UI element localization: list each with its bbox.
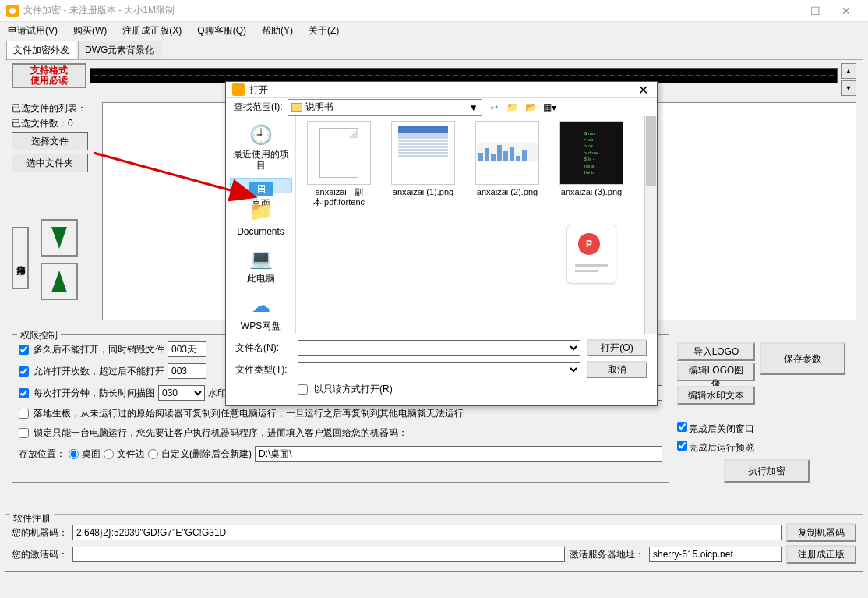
perm-minutes-select[interactable]: 030 — [158, 385, 205, 401]
view-menu-icon[interactable]: ▦▾ — [543, 101, 557, 115]
menu-apply-trial[interactable]: 申请试用(V) — [3, 23, 62, 39]
dialog-cancel-button[interactable]: 取消 — [587, 361, 647, 378]
menu-register[interactable]: 注册成正版(X) — [118, 23, 186, 39]
lookfor-label: 查找范围(I): — [234, 101, 283, 114]
perm-lock-check[interactable] — [19, 428, 29, 438]
register-button[interactable]: 注册成正版 — [786, 545, 856, 564]
save-params-button[interactable]: 保存参数 — [760, 342, 845, 375]
strip-down-button[interactable]: ▼ — [841, 80, 856, 96]
move-down-button[interactable] — [41, 219, 78, 257]
file-item[interactable]: anxaizai - 副本.pdf.fortenc — [301, 121, 377, 207]
perm-root-check[interactable] — [19, 409, 29, 419]
strip-up-button[interactable]: ▲ — [841, 63, 856, 79]
preview-after-check[interactable]: 完成后运行预览 — [677, 441, 856, 455]
filename-label: 文件名(N): — [235, 341, 291, 355]
perm-title: 权限控制 — [17, 329, 61, 342]
menu-help[interactable]: 帮助(Y) — [257, 23, 298, 39]
activation-input[interactable] — [72, 547, 565, 562]
window-title: 文件加密 - 未注册版本 - 大小1M限制 — [23, 4, 768, 17]
edit-logo-button[interactable]: 编辑LOGO图像 — [677, 363, 755, 381]
dialog-icon — [232, 83, 245, 96]
auto-sort-button[interactable]: 自动排序 — [12, 227, 29, 289]
place-thispc[interactable]: 💻此电脑 — [230, 243, 292, 287]
dialog-open-button[interactable]: 打开(O) — [587, 339, 647, 356]
file-item[interactable]: anxaizai (2).png — [469, 121, 545, 207]
filetype-combo[interactable] — [298, 362, 580, 377]
loc-path-input[interactable] — [255, 446, 662, 462]
app-icon — [6, 5, 19, 17]
file-item[interactable]: $ run > ok > ok > done $ ls -l file a fi… — [553, 121, 630, 207]
tab-file-encrypt[interactable]: 文件加密外发 — [6, 41, 76, 59]
close-button[interactable]: ✕ — [831, 0, 862, 22]
machine-code-input[interactable] — [72, 525, 782, 540]
maximize-button[interactable]: ☐ — [799, 0, 831, 22]
dialog-title: 打开 — [249, 83, 635, 97]
loc-fileedge-radio[interactable] — [104, 449, 114, 459]
select-file-button[interactable]: 选择文件 — [12, 132, 88, 150]
loc-desktop-radio[interactable] — [69, 449, 79, 459]
support-format-button[interactable]: 支持格式 使用必读 — [12, 63, 86, 88]
file-list-label: 已选文件的列表： — [12, 102, 102, 115]
place-wps[interactable]: ☁WPS网盘 — [230, 291, 292, 334]
menu-buy[interactable]: 购买(W) — [69, 23, 111, 39]
filename-combo[interactable] — [298, 340, 580, 356]
minimize-button[interactable]: — — [768, 0, 799, 22]
file-count-label: 已选文件数：0 — [12, 117, 102, 130]
file-browser[interactable]: anxaizai - 副本.pdf.fortenc anxaizai (1).p… — [296, 116, 657, 334]
perm-opencount-check[interactable] — [19, 366, 29, 377]
new-folder-icon[interactable]: 📂 — [524, 101, 538, 115]
server-input[interactable] — [649, 547, 782, 562]
file-item[interactable]: anxaizai (1).png — [385, 121, 461, 207]
perm-minutes-check[interactable] — [19, 388, 29, 398]
back-icon[interactable]: ↩ — [487, 101, 501, 115]
select-folder-button[interactable]: 选中文件夹 — [12, 154, 88, 172]
perm-expire-input[interactable] — [168, 341, 206, 357]
edit-watermark-button[interactable]: 编辑水印文本 — [677, 386, 755, 405]
tab-dwg-bg[interactable]: DWG元素背景化 — [78, 41, 161, 59]
open-dialog: 打开 ✕ 查找范围(I): 说明书 ▼ ↩ 📁 📂 ▦▾ 🕘最近使用的项目 🖥桌… — [225, 81, 658, 406]
import-logo-button[interactable]: 导入LOGO — [677, 342, 755, 361]
svg-line-0 — [94, 153, 253, 196]
close-after-check[interactable]: 完成后关闭窗口 — [677, 422, 856, 436]
up-folder-icon[interactable]: 📁 — [506, 101, 520, 115]
execute-button[interactable]: 执行加密 — [724, 459, 810, 483]
readonly-check[interactable] — [298, 384, 308, 395]
loc-custom-radio[interactable] — [148, 449, 158, 459]
folder-combo[interactable]: 说明书 ▼ — [288, 99, 482, 116]
menubar: 申请试用(V) 购买(W) 注册成正版(X) Q聊客服(Q) 帮助(Y) 关于(… — [0, 22, 868, 39]
filetype-label: 文件类型(T): — [235, 363, 291, 377]
menu-qchat[interactable]: Q聊客服(Q) — [192, 23, 251, 39]
folder-icon — [291, 103, 302, 112]
perm-expire-check[interactable] — [19, 345, 29, 355]
perm-opencount-input[interactable] — [168, 363, 206, 379]
copy-machine-button[interactable]: 复制机器码 — [786, 523, 856, 542]
menu-about[interactable]: 关于(Z) — [304, 23, 344, 39]
dialog-close-button[interactable]: ✕ — [635, 82, 651, 97]
register-title: 软件注册 — [10, 512, 54, 525]
scrollbar[interactable] — [644, 116, 657, 334]
move-up-button[interactable] — [41, 263, 78, 300]
file-item[interactable]: P 说明书.pdf — [553, 222, 630, 288]
